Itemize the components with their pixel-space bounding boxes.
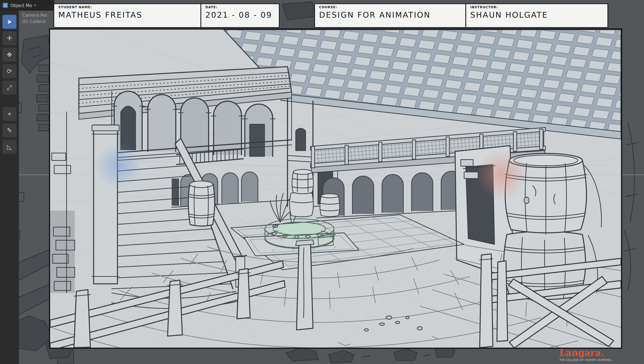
artwork-canvas[interactable]: [49, 28, 622, 349]
transform-icon: ⌖: [8, 110, 11, 118]
scale-tool-button[interactable]: ⤢: [2, 81, 16, 95]
student-name-label: STUDENT NAME:: [58, 5, 196, 9]
course-label: COURSE:: [319, 5, 461, 9]
toolbar: ➤✛✥⟳⤢⌖✎◺: [0, 11, 19, 364]
measure-icon: ◺: [7, 143, 12, 150]
course-value: DESIGN FOR ANIMATION: [319, 10, 461, 19]
annotate-icon: ✎: [7, 127, 12, 134]
application-window: STUDENT NAME: MATHEUS FREITAS DATE: 2021…: [0, 0, 644, 364]
cursor-icon: ✛: [7, 35, 12, 42]
stairs-barrel: [188, 181, 215, 226]
scale-icon: ⤢: [7, 84, 12, 91]
object-mode-icon: [2, 3, 8, 8]
logo-wordmark: Langara.: [560, 347, 609, 357]
mode-dropdown[interactable]: Object Mo ▾: [0, 0, 54, 11]
select-box-tool-button[interactable]: ➤: [2, 15, 16, 29]
rotate-icon: ⟳: [7, 68, 12, 75]
titleblock-course: COURSE: DESIGN FOR ANIMATION: [314, 3, 466, 28]
viewport-overlay-line1: Camera Per: [22, 12, 47, 19]
rotate-tool-button[interactable]: ⟳: [2, 64, 16, 78]
mode-label: Object Mo: [10, 3, 32, 8]
logo-tagline: THE COLLEGE OF HIGHER LEARNING.: [560, 358, 609, 361]
instructor-label: INSTRUCTOR:: [470, 5, 603, 9]
red-vanishing-point-glow: [476, 149, 528, 200]
blue-vanishing-point-glow: [95, 143, 140, 188]
move-tool-button[interactable]: ✥: [2, 48, 16, 62]
titleblock-date: DATE: 2021 - 08 - 09: [200, 3, 280, 28]
select-box-icon: ➤: [7, 18, 12, 26]
annotate-tool-button[interactable]: ✎: [2, 123, 16, 137]
viewport-overlay-text: Camera Per (0) Collecti: [22, 12, 47, 25]
cursor-tool-button[interactable]: ✛: [2, 31, 16, 45]
center-post: [296, 240, 314, 330]
move-icon: ✥: [7, 51, 12, 58]
date-label: DATE:: [205, 5, 275, 9]
measure-tool-button[interactable]: ◺: [2, 140, 16, 154]
student-name-value: MATHEUS FREITAS: [58, 10, 196, 19]
date-value: 2021 - 08 - 09: [205, 10, 275, 19]
titleblock-instructor: INSTRUCTOR: SHAUN HOLGATE: [466, 3, 608, 28]
instructor-value: SHAUN HOLGATE: [470, 10, 603, 19]
perspective-drawing: [50, 30, 621, 347]
chevron-down-icon: ▾: [34, 3, 36, 8]
transform-tool-button[interactable]: ⌖: [2, 107, 16, 121]
viewport-overlay-line2: (0) Collecti: [22, 19, 47, 25]
langara-logo: Langara. THE COLLEGE OF HIGHER LEARNING.: [560, 347, 609, 361]
titleblock-student: STUDENT NAME: MATHEUS FREITAS: [53, 3, 201, 28]
